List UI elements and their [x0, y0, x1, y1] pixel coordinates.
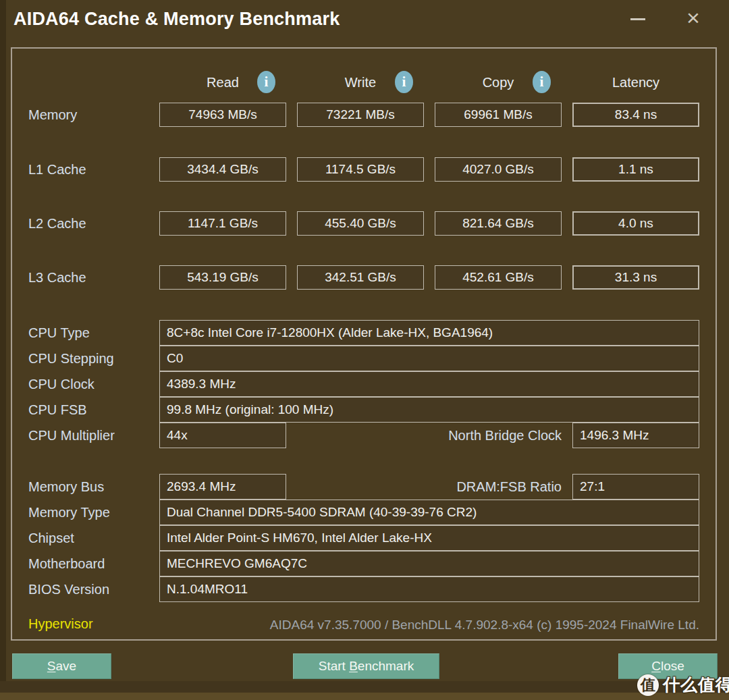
north-bridge-clock-value: 1496.3 MHz	[572, 423, 699, 448]
desktop-strip	[0, 693, 729, 700]
bios-version-value: N.1.04MRO11	[159, 576, 699, 602]
motherboard-value: MECHREVO GM6AQ7C	[159, 551, 699, 576]
copy-info-icon[interactable]: i	[533, 71, 551, 93]
motherboard-label: Motherboard	[28, 551, 105, 576]
cpu-type-value: 8C+8c Intel Core i7-12800HX (Alder Lake-…	[159, 320, 699, 346]
north-bridge-clock-label: North Bridge Clock	[282, 423, 562, 448]
l3-copy-value: 452.61 GB/s	[435, 265, 562, 290]
dram-fsb-ratio-label: DRAM:FSB Ratio	[282, 474, 562, 500]
memory-bus-label: Memory Bus	[28, 474, 104, 500]
smzdm-watermark: 值 什么值得买	[637, 674, 729, 696]
l1-latency-value: 1.1 ns	[572, 157, 699, 182]
memory-latency-value: 83.4 ns	[572, 103, 699, 127]
cpu-stepping-label: CPU Stepping	[28, 346, 114, 371]
l2-latency-value: 4.0 ns	[572, 211, 699, 236]
l3-write-value: 342.51 GB/s	[297, 265, 424, 290]
cpu-stepping-value: C0	[159, 346, 699, 371]
l3-latency-value: 31.3 ns	[572, 265, 699, 290]
l2-write-value: 455.40 GB/s	[297, 211, 424, 236]
l2-read-value: 1147.1 GB/s	[159, 211, 286, 236]
column-header-write: Write i	[297, 70, 424, 95]
close-icon[interactable]: ×	[686, 4, 700, 31]
close-button-label-rest: lose	[661, 659, 684, 673]
cpu-multiplier-label: CPU Multiplier	[28, 423, 115, 448]
start-button-label-rest: enchmark	[358, 659, 414, 673]
close-button-accel: C	[651, 659, 661, 673]
window-bottom-frame	[0, 681, 729, 693]
save-button-accel: S	[47, 659, 56, 673]
l1-read-value: 3434.4 GB/s	[159, 157, 286, 182]
dram-fsb-ratio-value: 27:1	[572, 474, 699, 500]
smzdm-logo-icon: 值	[637, 674, 659, 696]
memory-type-value: Dual Channel DDR5-5400 SDRAM (40-39-39-7…	[159, 500, 699, 525]
save-button-label-rest: ave	[56, 659, 77, 673]
bios-version-label: BIOS Version	[28, 576, 109, 602]
l1-row-label: L1 Cache	[28, 157, 86, 182]
column-header-latency: Latency	[572, 70, 699, 95]
cpu-fsb-value: 99.8 MHz (original: 100 MHz)	[159, 397, 699, 423]
cpu-multiplier-value: 44x	[159, 423, 286, 448]
chipset-label: Chipset	[28, 525, 74, 551]
memory-row-label: Memory	[28, 103, 77, 127]
cpu-clock-value: 4389.3 MHz	[159, 371, 699, 397]
l1-write-value: 1174.5 GB/s	[297, 157, 424, 182]
read-info-icon[interactable]: i	[257, 71, 275, 93]
l3-read-value: 543.19 GB/s	[159, 265, 286, 290]
start-button-label: Start	[319, 659, 349, 673]
save-button[interactable]: Save	[12, 653, 111, 679]
l2-row-label: L2 Cache	[28, 211, 86, 236]
smzdm-watermark-text: 什么值得买	[663, 674, 729, 696]
start-benchmark-button[interactable]: Start Benchmark	[293, 653, 439, 679]
start-button-accel: B	[349, 659, 358, 673]
version-copyright-text: AIDA64 v7.35.7000 / BenchDLL 4.7.902.8-x…	[159, 618, 699, 632]
cpu-clock-label: CPU Clock	[28, 371, 94, 397]
memory-read-value: 74963 MB/s	[159, 103, 286, 127]
latency-header-label: Latency	[572, 70, 699, 95]
l2-copy-value: 821.64 GB/s	[435, 211, 562, 236]
column-header-read: Read i	[159, 70, 286, 95]
column-header-copy: Copy i	[435, 70, 562, 95]
l1-copy-value: 4027.0 GB/s	[435, 157, 562, 182]
benchmark-panel: Read i Write i Copy i Latency Memory 749…	[11, 47, 717, 641]
memory-bus-value: 2693.4 MHz	[159, 474, 286, 500]
l3-row-label: L3 Cache	[28, 265, 86, 290]
chipset-value: Intel Alder Point-S HM670, Intel Alder L…	[159, 525, 699, 551]
cpu-fsb-label: CPU FSB	[28, 397, 87, 423]
write-info-icon[interactable]: i	[395, 71, 413, 93]
minimize-icon[interactable]	[630, 18, 645, 20]
memory-write-value: 73221 MB/s	[297, 103, 424, 127]
memory-type-label: Memory Type	[28, 500, 110, 525]
memory-copy-value: 69961 MB/s	[435, 103, 562, 127]
hypervisor-label: Hypervisor	[28, 616, 93, 632]
window-left-edge	[0, 0, 6, 693]
window-title: AIDA64 Cache & Memory Benchmark	[14, 9, 340, 30]
cpu-type-label: CPU Type	[28, 320, 90, 346]
